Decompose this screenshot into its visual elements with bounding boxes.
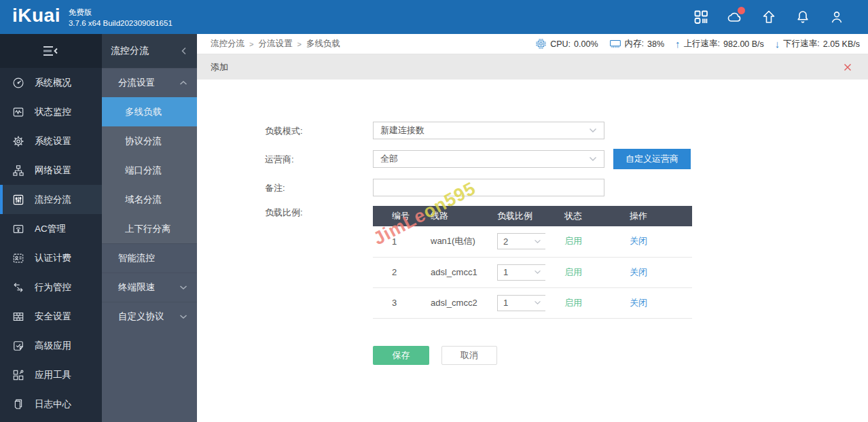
- sidebar-item-system-settings[interactable]: 系统设置: [0, 126, 102, 156]
- chevron-down-icon: [589, 156, 597, 162]
- col-header-action: 操作: [611, 206, 692, 226]
- memory-stat: 内存: 38%: [609, 38, 665, 50]
- submenu-item-updown-separation[interactable]: 上下行分离: [102, 214, 197, 243]
- cpu-chip-icon: [535, 38, 547, 50]
- main-sidebar: 系统概况 状态监控 系统设置: [0, 34, 102, 422]
- submenu-item-multiline-load[interactable]: 多线负载: [102, 97, 197, 126]
- sidebar-item-label: 日志中心: [35, 398, 71, 410]
- sidebar-item-label: 应用工具: [35, 369, 71, 381]
- save-button[interactable]: 保存: [373, 346, 429, 365]
- cpu-value: 0.00%: [574, 39, 598, 49]
- cpu-stat: CPU: 0.00%: [535, 38, 598, 50]
- sidebar-item-network-settings[interactable]: 网络设置: [0, 156, 102, 185]
- breadcrumb-item: 多线负载: [306, 38, 340, 50]
- breadcrumb-separator: >: [297, 40, 301, 48]
- ratio-value: 1: [503, 298, 508, 308]
- submenu-item-label: 端口分流: [125, 164, 162, 177]
- bell-icon[interactable]: [795, 9, 811, 25]
- submenu-item-label: 上下行分离: [125, 223, 171, 235]
- sidebar-item-label: AC管理: [35, 223, 66, 235]
- ratio-select[interactable]: 1: [497, 295, 546, 311]
- chevron-down-icon: [179, 314, 187, 319]
- submenu-item-protocol-diversion[interactable]: 协议分流: [102, 126, 197, 156]
- ram-icon: [609, 39, 621, 49]
- cpu-label: CPU:: [550, 39, 571, 49]
- submenu-item-diversion-settings[interactable]: 分流设置: [102, 68, 197, 97]
- upload-label: 上行速率:: [684, 38, 720, 50]
- add-form: 负载模式: 新建连接数 运营商: 全部 自定义运营商: [197, 80, 868, 422]
- network-tree-icon: [12, 164, 25, 177]
- submenu-panel: 流控分流 分流设置 多线负载 协议分流 端口分流 域名分流 上下行分离 智能流控: [102, 34, 197, 422]
- download-value: 2.05 KB/s: [823, 39, 860, 49]
- topbar: iKuai 免费版 3.7.6 x64 Build202309081651: [0, 0, 868, 34]
- submenu-header-flow-control[interactable]: 流控分流: [102, 34, 197, 68]
- close-line-link[interactable]: 关闭: [630, 267, 647, 277]
- custom-isp-button[interactable]: 自定义运营商: [613, 149, 691, 169]
- load-mode-value: 新建连接数: [380, 124, 424, 137]
- submenu-item-label: 多线负载: [125, 106, 162, 118]
- brick-wall-icon: [12, 310, 25, 323]
- download-label: 下行速率:: [783, 38, 819, 50]
- load-mode-select[interactable]: 新建连接数: [373, 122, 604, 139]
- submenu-item-smart-qos[interactable]: 智能流控: [102, 243, 197, 272]
- id-card-icon: [12, 251, 25, 265]
- sidebar-item-auth-billing[interactable]: 认证计费: [0, 243, 102, 272]
- sidebar-item-label: 行为管控: [35, 281, 71, 294]
- user-icon[interactable]: [829, 9, 845, 25]
- sidebar-item-flow-control[interactable]: 流控分流: [0, 185, 102, 214]
- chevron-down-icon: [179, 285, 187, 290]
- sidebar-item-label: 流控分流: [35, 194, 71, 206]
- remark-row: 备注:: [265, 179, 868, 196]
- close-line-link[interactable]: 关闭: [630, 236, 647, 246]
- sidebar-item-label: 系统设置: [35, 135, 71, 147]
- ratio-value: 1: [503, 267, 508, 277]
- cancel-button[interactable]: 取消: [441, 346, 497, 365]
- chevron-down-icon: [534, 239, 541, 244]
- submenu-item-domain-diversion[interactable]: 域名分流: [102, 185, 197, 214]
- breadcrumb-item: 分流设置: [258, 38, 292, 50]
- submenu-item-custom-protocol[interactable]: 自定义协议: [102, 302, 197, 331]
- submenu-item-label: 终端限速: [118, 281, 155, 294]
- ratio-select[interactable]: 1: [497, 264, 546, 281]
- sidebar-collapse-button[interactable]: [0, 34, 102, 68]
- isp-select[interactable]: 全部: [373, 150, 604, 168]
- breadcrumb-separator: >: [249, 40, 253, 48]
- sidebar-item-security-settings[interactable]: 安全设置: [0, 302, 102, 331]
- submenu-item-port-diversion[interactable]: 端口分流: [102, 156, 197, 185]
- gauge-icon: [12, 76, 25, 90]
- doc-check-icon: [12, 339, 25, 353]
- sidebar-item-label: 系统概况: [35, 77, 71, 89]
- main-content: 流控分流 > 分流设置 > 多线负载 CPU:: [197, 34, 868, 422]
- table-row: 2 adsl_cmcc1 1 启用: [373, 257, 692, 287]
- gear-icon: [12, 135, 25, 148]
- chevron-up-icon: [179, 80, 187, 86]
- edition-label: 免费版: [69, 7, 173, 18]
- memory-label: 内存:: [625, 38, 644, 50]
- upgrade-arrow-icon[interactable]: [761, 9, 777, 25]
- submenu-title: 流控分流: [111, 45, 149, 57]
- cloud-icon[interactable]: [727, 9, 743, 25]
- breadcrumb: 流控分流 > 分流设置 > 多线负载: [211, 38, 340, 50]
- wifi-panel-icon: [12, 222, 25, 236]
- sidebar-item-advanced-apps[interactable]: 高级应用: [0, 331, 102, 360]
- sidebar-item-label: 认证计费: [35, 252, 71, 264]
- sidebar-item-app-tools[interactable]: 应用工具: [0, 360, 102, 389]
- remark-input[interactable]: [373, 179, 604, 196]
- submenu-item-terminal-limit[interactable]: 终端限速: [102, 272, 197, 302]
- sidebar-item-label: 状态监控: [35, 106, 71, 118]
- sidebar-item-ac-management[interactable]: AC管理: [0, 214, 102, 243]
- submenu-item-label: 分流设置: [118, 77, 155, 89]
- close-icon[interactable]: [844, 63, 852, 71]
- sidebar-item-status-monitor[interactable]: 状态监控: [0, 97, 102, 126]
- close-line-link[interactable]: 关闭: [630, 298, 647, 308]
- chevron-down-icon: [589, 128, 597, 133]
- sidebar-item-system-overview[interactable]: 系统概况: [0, 68, 102, 97]
- apps-grid-icon[interactable]: [693, 9, 709, 25]
- upload-value: 982.00 B/s: [723, 39, 764, 49]
- sidebar-item-log-center[interactable]: 日志中心: [0, 389, 102, 419]
- ratio-select[interactable]: 2: [497, 233, 546, 249]
- sidebar-item-label: 网络设置: [35, 164, 71, 177]
- sidebar-item-behavior-control[interactable]: 行为管控: [0, 272, 102, 302]
- ikuai-logo: iKuai: [0, 5, 69, 29]
- load-ratio-table: 编号 线路 负载比例 状态 操作 1 wan1(电信): [373, 206, 692, 319]
